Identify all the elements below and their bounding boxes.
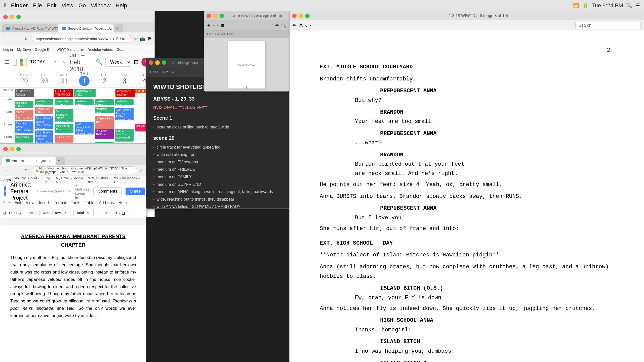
docs-url-bar[interactable]: 🔒 https://docs.google.com/document/d/1Cd… — [32, 166, 137, 174]
screenplay-close[interactable] — [292, 14, 297, 18]
docs-underline-icon[interactable]: U — [122, 211, 125, 215]
event-gym-strengthhhh[interactable]: Gym - Strengthhhhhh9:15am, Equinox Glend — [75, 122, 94, 134]
forward-button[interactable]: → — [13, 35, 20, 42]
docs-menu-insert[interactable]: Insert — [39, 201, 49, 205]
day-header-sat[interactable]: SAT 3 — [114, 70, 135, 87]
go-menu[interactable]: Go — [78, 2, 86, 9]
docs-bookmark-wiwtd[interactable]: WIWTD short film — [88, 176, 111, 184]
pdf-maximize[interactable] — [220, 14, 224, 18]
today-button[interactable]: TODAY — [26, 58, 49, 66]
extensions-icon[interactable]: ⚙ — [147, 36, 151, 41]
notification-icon[interactable]: ☰ — [635, 3, 640, 9]
back-button[interactable]: ← — [3, 35, 10, 42]
pdf-layout-icon[interactable]: ⊞ — [207, 23, 210, 28]
docs-menu-addons[interactable]: Add-ons — [99, 201, 114, 205]
shotlist-color-icon[interactable]: A — [172, 70, 174, 74]
pdf-fit-icon[interactable]: ⊡ — [221, 23, 224, 27]
cast-icon[interactable]: 📺 — [140, 36, 145, 41]
edit-menu[interactable]: Edit — [47, 2, 57, 9]
event-gym-leg[interactable]: Gym - Leg dayyyy9:15, Equinox Glendal — [15, 121, 33, 133]
event-meditation-fri-7:30[interactable]: meditation, 7:30am — [95, 99, 114, 105]
screenplay-minimize[interactable] — [299, 14, 303, 18]
docs-menu-file[interactable]: File — [3, 201, 10, 205]
tab-calendar[interactable]: Google Calendar - Week of Jan... ✕ — [58, 24, 113, 32]
shotlist-bold-icon[interactable]: B — [149, 70, 151, 74]
docs-bookmark-youtube[interactable]: Youtube Videos – Go... — [114, 176, 143, 184]
day-header-mon[interactable]: MON 29 — [14, 70, 34, 87]
docs-menu-view[interactable]: View — [26, 201, 34, 205]
hamburger-icon[interactable]: ☰ — [4, 57, 10, 67]
event-intervention-track[interactable]: Intervention track fro — [115, 89, 135, 97]
event-gym-booty-tue[interactable]: Gym - Booty booty boo9:15am, Equinox Gle… — [35, 130, 54, 143]
docs-reload-btn[interactable]: ↻ — [22, 167, 29, 174]
event-change-2-lit-tue[interactable]: Change 2 lit, 8:40am — [35, 107, 54, 114]
docs-bookmark-apps[interactable]: Apps — [3, 178, 11, 182]
next-week-arrow[interactable]: › — [61, 58, 67, 66]
event-look-at-the-fuck[interactable]: LOOK AT THE FUCKS — [54, 89, 73, 97]
docs-bold-icon[interactable]: B — [114, 211, 117, 215]
file-menu[interactable]: File — [33, 2, 42, 9]
calendar-view-select[interactable]: Week Day Month — [105, 58, 131, 67]
docs-comments-button[interactable]: Comments — [93, 187, 121, 195]
docs-redo-icon[interactable]: ↪ — [14, 211, 17, 215]
prev-week-arrow[interactable]: ‹ — [52, 58, 58, 66]
event-shower-bills-mon[interactable]: shower/bills — [15, 135, 33, 143]
docs-tab-new[interactable]: + — [56, 157, 65, 165]
pdf-zoom-in-icon[interactable]: + — [217, 23, 219, 28]
docs-fontsize-select[interactable]: 11 — [97, 210, 108, 216]
event-gym-chest-tue[interactable]: Gym - Chest & back, m8am, Equinox Glenda… — [35, 116, 54, 129]
apple-logo-icon[interactable]:  — [4, 2, 6, 9]
event-call-gloss[interactable]: call gloss & co, 10am — [95, 116, 114, 129]
docs-tab-america[interactable]: America Ferrara Project ✕ — [2, 157, 56, 165]
pdf-share-icon[interactable]: ↑ — [271, 23, 273, 28]
reload-button[interactable]: ↻ — [22, 35, 29, 42]
docs-italic-icon[interactable]: I — [119, 211, 120, 215]
docs-undo-icon[interactable]: ↩ — [9, 211, 12, 215]
bookmark-star-icon[interactable]: ☆ — [134, 36, 138, 41]
day-header-fri[interactable]: FRI 2 — [94, 70, 114, 87]
docs-more-icon[interactable]: ⋯ — [127, 210, 132, 216]
docs-bookmark-star[interactable]: ☆ — [140, 168, 143, 173]
pdf-edit-icon[interactable]: ✏ — [275, 23, 279, 28]
docs-back-btn[interactable]: ← — [3, 167, 10, 174]
docs-menu-format[interactable]: Format — [54, 201, 66, 205]
event-meditation-mon-8[interactable]: meditation, 8:10am — [15, 101, 33, 108]
shotlist-italic-icon[interactable]: I — [153, 70, 154, 74]
event-meditation-sat-8[interactable]: meditation, 8am — [115, 99, 134, 105]
shotlist-underline-icon[interactable]: U — [155, 70, 158, 74]
docs-minimize[interactable] — [10, 147, 14, 151]
wifi-icon[interactable]: 📶 — [573, 3, 579, 9]
pdf-close[interactable] — [207, 14, 211, 18]
shotlist-minimize[interactable] — [155, 60, 160, 65]
event-fitting-with[interactable]: fitting with, 10:30am — [95, 129, 114, 139]
docs-document-title[interactable]: America Ferrara Project — [10, 182, 31, 201]
shotlist-close[interactable] — [149, 60, 153, 65]
finder-menu[interactable]: Finder — [11, 2, 28, 9]
spotlight-icon[interactable]: 🔍 — [626, 3, 632, 9]
tab-new[interactable]: + — [114, 24, 123, 32]
url-bar[interactable]: https://calendar.google.com/calendar/wee… — [32, 35, 131, 43]
event-meditation-tue-8[interactable]: meditation, 8:10am — [35, 99, 54, 105]
event-landscaping[interactable]: LANDSCAPING CHEC — [74, 89, 96, 97]
event-gym-arms[interactable]: Gym - Arms + Abs, say9:15am, Equinox Gle… — [115, 108, 134, 120]
pdf-zoom-out-icon[interactable]: − — [212, 23, 215, 28]
docs-menu-tools[interactable]: Tools — [71, 201, 80, 205]
bookmark-wiwtd[interactable]: WIWTD short film — [57, 48, 84, 52]
bookmark-login[interactable]: Log in — [3, 48, 13, 52]
docs-tab-close[interactable]: ✕ — [49, 159, 52, 163]
docs-menu-edit[interactable]: Edit — [14, 201, 21, 205]
event-meditation-thu-7:30[interactable]: meditation, 7:30am — [75, 99, 94, 105]
event-change-2-literal[interactable]: change 2 literal!8:30 – 9:15am — [15, 110, 33, 120]
screenplay-share-icon[interactable]: ↑ — [314, 22, 316, 28]
docs-font-select[interactable]: Arial — [73, 210, 90, 216]
calendar-search-icon[interactable]: 🔍 — [96, 59, 102, 65]
day-header-thu[interactable]: THU 1 — [74, 70, 94, 87]
screenplay-next-page-icon[interactable]: › — [309, 22, 311, 28]
pdf-search-icon[interactable]: 🔍 — [281, 23, 287, 28]
shotlist-maximize[interactable] — [162, 60, 166, 65]
screenplay-highlight-icon[interactable]: A — [299, 22, 303, 28]
event-lashes-touch-up[interactable]: Lashes Touch Up10:30am, 10am — [55, 135, 73, 143]
docs-print-icon[interactable]: 🖨 — [3, 211, 7, 215]
event-anna-akae-wed[interactable]: Anna x Craig, 11am — [55, 124, 73, 133]
minimize-button[interactable] — [10, 15, 14, 19]
